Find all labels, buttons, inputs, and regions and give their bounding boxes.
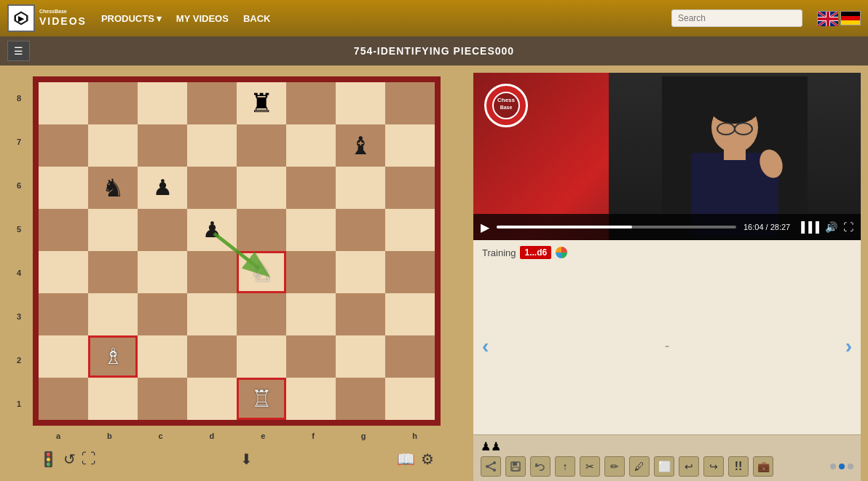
cell-d3[interactable] xyxy=(187,293,237,335)
cell-d2[interactable] xyxy=(187,335,237,378)
cell-h7[interactable] xyxy=(385,124,435,167)
eraser-tool[interactable]: ⬜ xyxy=(654,456,674,477)
signal-icon[interactable]: ▐▐▐ xyxy=(797,221,819,233)
cell-h8[interactable] xyxy=(385,82,435,124)
next-arrow[interactable]: › xyxy=(845,335,852,358)
cell-e4[interactable]: ♘ xyxy=(237,251,286,293)
cell-a7[interactable] xyxy=(39,124,88,167)
cell-c5[interactable] xyxy=(138,209,187,251)
piece-icon-1[interactable]: ♟♟ xyxy=(481,440,501,453)
traffic-light-button[interactable]: 🚦 xyxy=(36,448,60,471)
cell-d7[interactable] xyxy=(187,124,237,167)
cell-h2[interactable] xyxy=(385,335,435,378)
cell-b6[interactable]: ♞ xyxy=(88,167,138,209)
cell-e2[interactable] xyxy=(237,335,286,378)
briefcase-tool[interactable]: 💼 xyxy=(753,456,773,477)
prev-arrow[interactable]: ‹ xyxy=(482,335,489,358)
cell-f3[interactable] xyxy=(286,293,336,335)
cell-d1[interactable] xyxy=(187,378,237,420)
cell-e1[interactable]: ♖ xyxy=(237,378,286,420)
cell-a1[interactable] xyxy=(39,378,88,420)
cell-d5[interactable]: ♟ xyxy=(187,209,237,251)
cell-g3[interactable] xyxy=(336,293,385,335)
cell-c7[interactable] xyxy=(138,124,187,167)
undo-tool[interactable] xyxy=(530,456,551,477)
cell-f2[interactable] xyxy=(286,335,336,378)
dot-1[interactable] xyxy=(830,464,836,469)
pencil-tool[interactable]: ✏ xyxy=(604,456,625,477)
pen-tool[interactable]: 🖊 xyxy=(629,456,650,477)
cell-a5[interactable] xyxy=(39,209,88,251)
scissors-tool[interactable]: ✂ xyxy=(580,456,600,477)
german-flag[interactable] xyxy=(840,11,861,25)
cell-f8[interactable] xyxy=(286,82,336,124)
save-tool[interactable] xyxy=(505,456,526,477)
cell-c6[interactable]: ♟ xyxy=(138,167,187,209)
chess-board[interactable]: ♜ ♝ ♞ ♟ xyxy=(39,82,435,420)
cell-g8[interactable] xyxy=(336,82,385,124)
cell-d8[interactable] xyxy=(187,82,237,124)
cell-g6[interactable] xyxy=(336,167,385,209)
cell-c3[interactable] xyxy=(138,293,187,335)
cell-g2[interactable] xyxy=(336,335,385,378)
cell-h1[interactable] xyxy=(385,378,435,420)
cell-c2[interactable] xyxy=(138,335,187,378)
cell-a2[interactable] xyxy=(39,335,88,378)
cell-b7[interactable] xyxy=(88,124,138,167)
cell-b3[interactable] xyxy=(88,293,138,335)
cell-d4[interactable] xyxy=(187,251,237,293)
search-input[interactable] xyxy=(671,9,802,27)
cell-h6[interactable] xyxy=(385,167,435,209)
cell-d6[interactable] xyxy=(187,167,237,209)
cell-e6[interactable] xyxy=(237,167,286,209)
dot-3[interactable] xyxy=(848,464,853,469)
cell-c4[interactable] xyxy=(138,251,187,293)
cell-e7[interactable] xyxy=(237,124,286,167)
back-link[interactable]: BACK xyxy=(243,13,271,24)
progress-bar[interactable] xyxy=(497,226,736,228)
cell-b8[interactable] xyxy=(88,82,138,124)
cell-c1[interactable] xyxy=(138,378,187,420)
cell-b2[interactable]: ♗ xyxy=(88,335,138,378)
cell-f1[interactable] xyxy=(286,378,336,420)
exclaim-tool[interactable]: !! xyxy=(728,456,749,477)
cell-f7[interactable] xyxy=(286,124,336,167)
cell-b4[interactable] xyxy=(88,251,138,293)
redo-tool[interactable]: ↪ xyxy=(703,456,724,477)
cell-f4[interactable] xyxy=(286,251,336,293)
cell-e5[interactable] xyxy=(237,209,286,251)
reset-button[interactable]: ↺ xyxy=(60,448,79,471)
fullscreen-button[interactable]: ⛶ xyxy=(79,448,99,470)
cell-a4[interactable] xyxy=(39,251,88,293)
settings-button[interactable]: ⚙ xyxy=(418,448,437,471)
cell-f5[interactable] xyxy=(286,209,336,251)
cell-f6[interactable] xyxy=(286,167,336,209)
fullscreen-video-icon[interactable]: ⛶ xyxy=(843,221,853,233)
volume-icon[interactable]: 🔊 xyxy=(825,221,837,233)
cell-b5[interactable] xyxy=(88,209,138,251)
cell-b1[interactable] xyxy=(88,378,138,420)
cell-e8[interactable]: ♜ xyxy=(237,82,286,124)
cell-a8[interactable] xyxy=(39,82,88,124)
play-button[interactable]: ▶ xyxy=(481,220,489,234)
cell-g1[interactable] xyxy=(336,378,385,420)
cell-e3[interactable] xyxy=(237,293,286,335)
cell-h3[interactable] xyxy=(385,293,435,335)
dot-2[interactable] xyxy=(839,464,845,469)
share-tool[interactable] xyxy=(481,456,501,477)
download-button[interactable]: ⬇ xyxy=(237,448,256,471)
undo2-tool[interactable]: ↩ xyxy=(679,456,699,477)
cell-g5[interactable] xyxy=(336,209,385,251)
products-menu[interactable]: PRODUCTS ▾ xyxy=(101,13,162,24)
cell-h4[interactable] xyxy=(385,251,435,293)
cell-h5[interactable] xyxy=(385,209,435,251)
hamburger-menu[interactable]: ☰ xyxy=(7,41,30,61)
cell-a3[interactable] xyxy=(39,293,88,335)
cell-a6[interactable] xyxy=(39,167,88,209)
cell-g7[interactable]: ♝ xyxy=(336,124,385,167)
english-flag[interactable] xyxy=(817,11,837,25)
my-videos-link[interactable]: MY VIDEOS xyxy=(176,13,229,24)
cell-g4[interactable] xyxy=(336,251,385,293)
book-button[interactable]: 📖 xyxy=(394,448,418,471)
cell-c8[interactable] xyxy=(138,82,187,124)
